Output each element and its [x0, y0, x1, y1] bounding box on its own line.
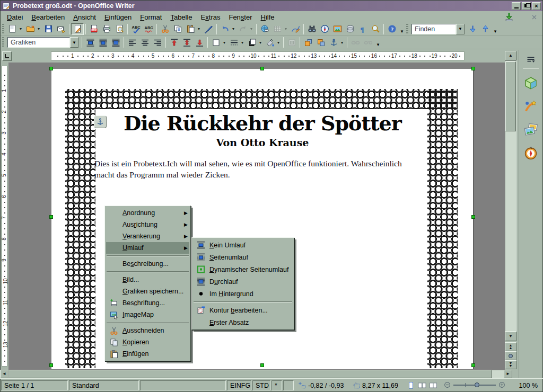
navigator-button[interactable]	[318, 23, 331, 35]
paste-button[interactable]	[184, 23, 197, 35]
close-button[interactable]: ×	[532, 2, 541, 10]
open-button[interactable]	[24, 23, 37, 35]
formatting-marks-button[interactable]: ¶	[356, 23, 369, 35]
submenu-item-erster-absatz[interactable]: Erster Absatz	[193, 316, 293, 328]
menu-format[interactable]: Format	[136, 12, 166, 22]
menu-bearbeiten[interactable]: Bearbeiten	[27, 12, 69, 22]
new-document-button[interactable]	[6, 23, 19, 35]
frame-properties-button[interactable]	[285, 37, 298, 48]
context-menu-item-ausschneiden[interactable]: Ausschneiden	[106, 325, 189, 336]
selection-handle-top-right[interactable]	[471, 67, 475, 70]
ornament-border-top[interactable]	[65, 89, 458, 109]
properties-deck-icon[interactable]	[524, 76, 538, 90]
cut-button[interactable]	[159, 23, 171, 35]
autospellcheck-button[interactable]: ABC	[142, 23, 155, 35]
document-paragraph[interactable]: Dies ist ein Probetext.Ich will mal sehe…	[94, 158, 428, 180]
align-left-button[interactable]	[126, 37, 138, 48]
context-menu-item-beschriftung[interactable]: Beschriftung...	[106, 297, 189, 309]
copy-button[interactable]	[171, 23, 184, 35]
close-document-icon[interactable]	[531, 14, 538, 21]
anchor-button[interactable]	[327, 37, 340, 48]
submenu-item-im-hintergrund[interactable]: Im Hintergrund	[193, 288, 293, 300]
previous-page-button[interactable]: ▲▲	[505, 342, 516, 351]
update-available-icon[interactable]	[504, 12, 514, 22]
vertical-scrollbar-thumb[interactable]	[505, 61, 516, 131]
frame-style-input-dropdown[interactable]: ▼	[70, 37, 78, 48]
context-menu-item-kopieren[interactable]: Kopieren	[106, 336, 189, 348]
selection-handle-mid-right[interactable]	[471, 215, 475, 219]
view-book-icon[interactable]	[428, 381, 438, 390]
gallery-deck-icon[interactable]	[524, 123, 538, 137]
page-preview-button[interactable]	[113, 23, 126, 35]
frame-style-input-value[interactable]: Grafiken	[7, 37, 70, 48]
toolbar-options-icon[interactable]: ▾	[492, 23, 499, 35]
context-menu-item-grafiken-speichern[interactable]: Grafiken speichern...	[106, 286, 189, 297]
submenu-item-durchlauf[interactable]: Durchlauf	[193, 275, 293, 288]
status-modified-flag[interactable]: *	[272, 380, 282, 390]
selection-handle-top-center[interactable]	[260, 67, 264, 70]
status-page-style[interactable]: Standard	[69, 380, 139, 390]
styles-deck-icon[interactable]	[524, 100, 538, 113]
context-menu-item-ausrichtung[interactable]: Ausrichtung▶	[106, 219, 189, 230]
menu-ansicht[interactable]: Ansicht	[69, 12, 100, 22]
scroll-left-button[interactable]: ◄	[0, 370, 8, 378]
spellcheck-button[interactable]: ABC	[129, 23, 142, 35]
status-zoom-value[interactable]: 100 %	[508, 380, 541, 390]
undo-dropdown[interactable]: ▾	[230, 23, 237, 35]
toolbar-options-icon[interactable]: ▾	[374, 37, 382, 48]
wrap-off-button[interactable]	[84, 37, 97, 48]
toolbar-drag-handle[interactable]	[406, 24, 408, 34]
context-menu-item-einfugen[interactable]: Einfügen	[106, 348, 189, 360]
selection-handle-mid-left[interactable]	[49, 215, 53, 219]
menu-hilfe[interactable]: Hilfe	[257, 12, 279, 22]
document-title[interactable]: Die Rückkehr der Spötter	[51, 111, 474, 135]
view-single-icon[interactable]	[406, 381, 416, 390]
borders-button[interactable]	[209, 37, 222, 48]
help-button[interactable]: ?	[386, 23, 398, 35]
table-dropdown[interactable]: ▾	[283, 23, 289, 35]
horizontal-scrollbar-thumb[interactable]	[8, 370, 492, 378]
context-menu-item-bild[interactable]: Bild...	[106, 274, 189, 286]
context-menu-item-anordnung[interactable]: Anordnung▶	[106, 207, 189, 219]
zoom-slider[interactable]	[443, 381, 506, 389]
status-position[interactable]: -0,82 / -0,93	[295, 380, 348, 390]
menu-datei[interactable]: Datei	[3, 12, 27, 22]
context-menu-item-beschreibung[interactable]: Beschreibung...	[106, 258, 189, 270]
redo-button[interactable]	[237, 23, 249, 35]
align-center-button[interactable]	[138, 37, 151, 48]
context-menu-item-verankerung[interactable]: Verankerung▶	[106, 230, 189, 242]
zoom-slider-thumb[interactable]	[475, 382, 479, 387]
submenu-item-dynamischer-seitenumlauf[interactable]: Dynamischer Seitenumlauf	[193, 263, 293, 275]
frame-style-input[interactable]: Grafiken▼	[7, 37, 78, 48]
horizontal-ruler[interactable]: 1234567891011121314151617181920	[1, 50, 505, 63]
area-fill-button[interactable]	[264, 37, 276, 48]
selection-handle-bottom-center[interactable]	[260, 363, 264, 367]
save-button[interactable]	[42, 23, 55, 35]
open-dropdown[interactable]: ▾	[36, 23, 42, 35]
document-byline[interactable]: Von Otto Krause	[51, 137, 474, 148]
line-style-dropdown[interactable]: ▾	[239, 37, 246, 48]
anchor-dropdown[interactable]: ▾	[339, 37, 345, 48]
format-paintbrush-button[interactable]	[202, 23, 215, 35]
area-fill-dropdown[interactable]: ▾	[275, 37, 282, 48]
link-frames-button[interactable]	[349, 37, 362, 48]
status-size[interactable]: 8,27 x 11,69	[349, 380, 403, 390]
menu-einfugen[interactable]: Einfügen	[100, 12, 136, 22]
navigation-dot-button[interactable]	[505, 351, 516, 360]
find-next-button[interactable]	[466, 23, 479, 35]
find-input-dropdown[interactable]: ▼	[456, 24, 465, 34]
zoom-button[interactable]	[369, 23, 382, 35]
find-previous-button[interactable]	[479, 23, 492, 35]
toolbar-drag-handle[interactable]	[2, 24, 4, 34]
toolbar-options-icon[interactable]: ▾	[398, 23, 406, 35]
restore-button[interactable]	[522, 2, 531, 10]
menu-fenster[interactable]: Fenster	[224, 12, 256, 22]
find-input[interactable]: Finden▼	[411, 24, 465, 34]
paste-dropdown[interactable]: ▾	[196, 23, 202, 35]
find-replace-button[interactable]	[305, 23, 318, 35]
status-insert-mode[interactable]: EINFG	[227, 380, 251, 390]
next-page-button[interactable]: ▼▼	[505, 360, 516, 369]
to-top-button[interactable]	[168, 37, 180, 48]
export-pdf-button[interactable]: PDF	[87, 23, 100, 35]
scroll-right-button[interactable]: ►	[504, 370, 512, 378]
